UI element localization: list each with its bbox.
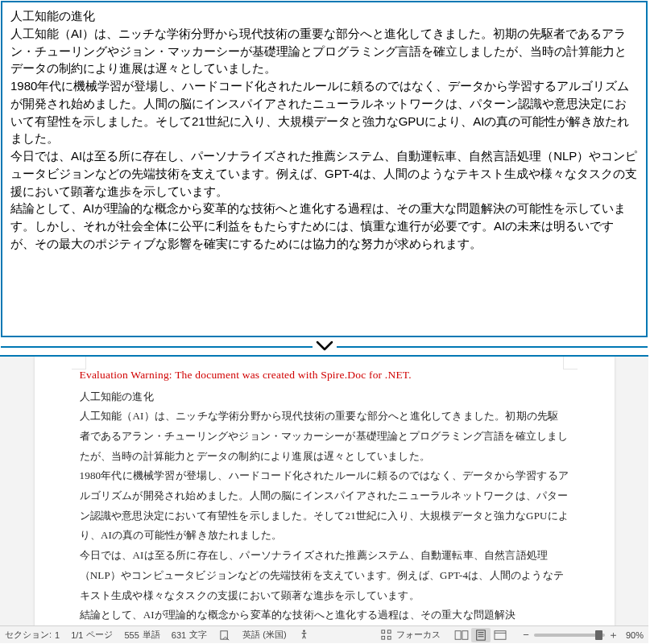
words-value: 555: [124, 630, 139, 640]
status-page[interactable]: 1/1 ページ: [71, 629, 113, 641]
document-page[interactable]: Evaluation Warning: The document was cre…: [35, 357, 615, 627]
status-bar: セクション: 1 1/1 ページ 555 単語 631 文字 英語 (米国): [0, 625, 648, 643]
chars-label: 文字: [189, 629, 207, 641]
document-paragraph-2: 1980年代に機械学習が登場し、ハードコード化されたルールに頼るのではなく、デー…: [80, 466, 569, 546]
page-value: 1/1: [71, 630, 83, 640]
status-section[interactable]: セクション: 1: [5, 629, 60, 641]
view-buttons: [452, 628, 510, 642]
document-title: 人工知能の進化: [80, 387, 569, 407]
svg-rect-6: [455, 630, 461, 639]
proofing-icon: [218, 629, 231, 642]
focus-label: フォーカス: [396, 629, 441, 641]
section-label: セクション:: [5, 629, 52, 641]
svg-rect-8: [477, 630, 486, 639]
svg-point-1: [303, 630, 305, 632]
zoom-slider[interactable]: [534, 634, 605, 637]
language-value: 英語 (米国): [242, 629, 286, 641]
chevron-down-icon: [313, 341, 337, 352]
source-text-panel: 人工知能の進化 人工知能（AI）は、ニッチな学術分野から現代技術の重要な部分へと…: [1, 1, 648, 337]
evaluation-warning: Evaluation Warning: The document was cre…: [80, 365, 569, 386]
margin-corner-tr: [563, 355, 578, 369]
page-content: Evaluation Warning: The document was cre…: [35, 357, 615, 625]
chars-value: 631: [172, 630, 186, 640]
document-paragraph-4: 結論として、AIが理論的な概念から変革的な技術へと進化する過程は、その重大な問題…: [80, 605, 569, 625]
zoom-value[interactable]: 90%: [626, 630, 644, 640]
accessibility-icon: [298, 629, 311, 642]
source-paragraph-3: 今日では、AIは至る所に存在し、パーソナライズされた推薦システム、自動運転車、自…: [10, 147, 638, 200]
document-paragraph-1: 人工知能（AI）は、ニッチな学術分野から現代技術の重要な部分へと進化してきました…: [80, 407, 569, 466]
divider: [1, 337, 648, 355]
svg-rect-5: [388, 636, 391, 639]
page-label: ページ: [86, 629, 113, 641]
status-words[interactable]: 555 単語: [124, 629, 159, 641]
zoom-in-button[interactable]: ＋: [608, 628, 618, 642]
status-language[interactable]: 英語 (米国): [242, 629, 286, 641]
zoom-slider-thumb[interactable]: [595, 630, 602, 640]
margin-corner-tl: [72, 355, 86, 369]
words-label: 単語: [143, 629, 160, 641]
status-accessibility[interactable]: [298, 629, 311, 642]
status-proofing[interactable]: [218, 629, 231, 642]
source-title: 人工知能の進化: [10, 7, 638, 25]
source-paragraph-2: 1980年代に機械学習が登場し、ハードコード化されたルールに頼るのではなく、デー…: [10, 77, 638, 147]
svg-rect-7: [462, 630, 468, 639]
source-paragraph-4: 結論として、AIが理論的な概念から変革的な技術へと進化する過程は、その重大な問題…: [10, 200, 638, 252]
svg-rect-4: [382, 636, 385, 639]
svg-rect-2: [382, 630, 385, 634]
svg-rect-3: [388, 630, 391, 634]
source-paragraph-1: 人工知能（AI）は、ニッチな学術分野から現代技術の重要な部分へと進化してきました…: [10, 25, 638, 77]
status-chars[interactable]: 631 文字: [172, 629, 207, 641]
read-mode-button[interactable]: [452, 628, 471, 642]
web-layout-button[interactable]: [491, 628, 510, 642]
document-viewer: Evaluation Warning: The document was cre…: [0, 355, 648, 643]
status-focus[interactable]: フォーカス: [380, 629, 441, 642]
zoom-control: − ＋ 90%: [521, 628, 644, 642]
section-value: 1: [55, 630, 60, 640]
svg-rect-12: [495, 630, 506, 639]
print-layout-button[interactable]: [471, 628, 491, 642]
zoom-out-button[interactable]: −: [521, 629, 531, 641]
document-paragraph-3: 今日では、AIは至る所に存在し、パーソナライズされた推薦システム、自動運転車、自…: [80, 546, 569, 605]
focus-icon: [380, 629, 393, 642]
